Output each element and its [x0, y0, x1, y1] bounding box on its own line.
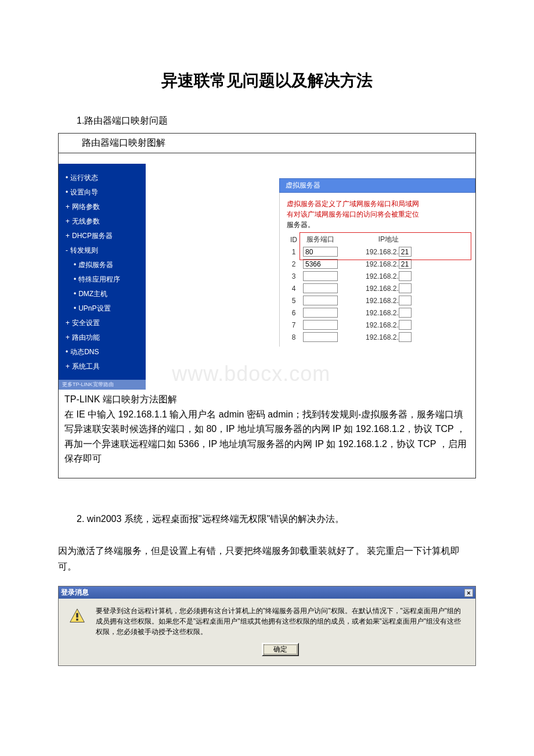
router-panel: •运行状态•设置向导+网络参数+无线参数+DHCP服务器-转发规则•虚拟服务器•… [59, 164, 475, 390]
ip-suffix-input[interactable] [399, 271, 412, 281]
col-port: 服务端口 [301, 233, 340, 246]
svg-rect-1 [76, 613, 78, 618]
sidebar-item[interactable]: •虚拟服务器 [66, 258, 141, 272]
sidebar-item[interactable]: •动态DNS [66, 345, 141, 359]
page-title: 异速联常见问题以及解决方法 [58, 70, 476, 92]
vs-note: 虚拟服务器定义了广域网服务端口和局域网 有对该广域网服务端口的访问将会被重定位 … [287, 199, 468, 230]
sidebar-item-label: 虚拟服务器 [78, 261, 113, 269]
ip-prefix: 192.168.2. [366, 272, 399, 280]
expand-icon: • [66, 348, 68, 356]
sidebar-item-label: 网络参数 [72, 203, 100, 211]
table-row: 6192.168.2. [287, 307, 414, 319]
expand-icon: • [74, 304, 76, 312]
expand-icon: + [66, 217, 70, 225]
sidebar-item-label: 动态DNS [70, 348, 99, 356]
vs-note-line: 服务器。 [287, 221, 315, 229]
virtual-server-body: 虚拟服务器定义了广域网服务端口和局域网 有对该广域网服务端口的访问将会被重定位 … [279, 193, 475, 347]
port-input[interactable] [303, 271, 338, 281]
ip-prefix: 192.168.2. [366, 248, 399, 256]
expand-icon: + [66, 362, 70, 370]
ok-button[interactable]: 确定 [262, 643, 299, 656]
sidebar-item-label: DHCP服务器 [72, 232, 113, 240]
login-dialog-text: 要登录到这台远程计算机，您必须拥有这台计算机上的"终端服务器用户访问"权限。在默… [96, 606, 465, 637]
expand-icon: + [66, 319, 70, 327]
port-input[interactable] [303, 332, 338, 342]
sidebar-item[interactable]: +网络参数 [66, 200, 141, 214]
router-sidebar: •运行状态•设置向导+网络参数+无线参数+DHCP服务器-转发规则•虚拟服务器•… [59, 164, 146, 390]
table-row: 4192.168.2. [287, 282, 414, 294]
sidebar-item-label: DMZ主机 [78, 290, 107, 298]
ip-suffix-input[interactable] [399, 247, 412, 257]
sidebar-item-label: 设置向导 [70, 188, 98, 196]
close-button[interactable]: × [464, 589, 473, 597]
expand-icon: - [66, 246, 68, 254]
port-input[interactable] [303, 247, 338, 257]
ip-prefix: 192.168.2. [366, 260, 399, 268]
ip-suffix-input[interactable] [399, 332, 412, 342]
login-dialog: 登录消息 × 要登录到这台远程计算机，您必须拥有这台计算机上的"终端服务器用户访… [58, 586, 476, 666]
table-row: 5192.168.2. [287, 294, 414, 307]
section2-para: 因为激活了终端服务，但是设置上有错，只要把终端服务卸载重装就好了。 装完重启一下… [58, 543, 476, 574]
expand-icon: + [66, 203, 70, 211]
section1-heading: 1.路由器端口映射问题 [58, 115, 476, 127]
vs-note-line: 有对该广域网服务端口的访问将会被重定位 [287, 210, 419, 218]
expand-icon: • [74, 261, 76, 269]
sidebar-item-label: 转发规则 [70, 246, 98, 254]
svg-rect-2 [76, 619, 78, 621]
port-input[interactable] [303, 320, 338, 330]
sidebar-item[interactable]: +DHCP服务器 [66, 229, 141, 243]
tplink-description: TP-LINK 端口映射方法图解 在 IE 中输入 192.168.1.1 输入… [59, 390, 475, 478]
sidebar-item-label: 路由功能 [72, 333, 100, 341]
ip-suffix-input[interactable] [399, 320, 412, 330]
ip-suffix-input[interactable] [399, 259, 412, 269]
ip-prefix: 192.168.2. [366, 297, 399, 305]
sidebar-item-label: 特殊应用程序 [78, 275, 120, 283]
port-input[interactable] [303, 296, 338, 305]
expand-icon: • [74, 290, 76, 298]
vs-table: ID 服务端口 IP地址 1192.168.2.2192.168.2.3192.… [287, 233, 414, 343]
sidebar-item-label: 系统工具 [72, 362, 100, 370]
sidebar-item-label: 安全设置 [72, 319, 100, 327]
expand-icon: • [66, 174, 68, 182]
cell-id: 3 [287, 270, 301, 282]
cell-id: 4 [287, 282, 301, 294]
sidebar-item[interactable]: -转发规则 [66, 243, 141, 258]
cell-id: 2 [287, 258, 301, 270]
sidebar-item[interactable]: •特殊应用程序 [66, 272, 141, 287]
sidebar-item[interactable]: •设置向导 [66, 185, 141, 200]
cell-id: 7 [287, 319, 301, 331]
port-input[interactable] [303, 283, 338, 293]
sidebar-item-label: UPnP设置 [78, 304, 110, 312]
ip-suffix-input[interactable] [399, 283, 412, 293]
sidebar-item[interactable]: +路由功能 [66, 330, 141, 345]
port-input[interactable] [303, 308, 338, 318]
section2-heading: 2. win2003 系统，远程桌面报"远程终端无权限"错误的解决办法。 [58, 513, 476, 525]
cell-id: 6 [287, 307, 301, 319]
sidebar-item[interactable]: +系统工具 [66, 359, 141, 374]
expand-icon: • [74, 275, 76, 283]
sidebar-item[interactable]: +安全设置 [66, 316, 141, 330]
ip-suffix-input[interactable] [399, 308, 412, 318]
desc-line: 在 IE 中输入 192.168.1.1 输入用户名 admin 密码 admi… [64, 407, 470, 466]
table-row: 1192.168.2. [287, 246, 414, 258]
sidebar-item[interactable]: +无线参数 [66, 214, 141, 229]
ip-prefix: 192.168.2. [366, 333, 399, 341]
sidebar-item[interactable]: •运行状态 [66, 171, 141, 185]
ip-prefix: 192.168.2. [366, 309, 399, 317]
sidebar-item[interactable]: •DMZ主机 [66, 287, 141, 301]
expand-icon: • [66, 188, 68, 196]
desc-line: TP-LINK 端口映射方法图解 [64, 392, 470, 407]
sidebar-footer: 更多TP-LINK宽带路由 [59, 380, 146, 390]
sidebar-item[interactable]: •UPnP设置 [66, 301, 141, 316]
table-row: 8192.168.2. [287, 331, 414, 343]
figure-router: 路由器端口映射图解 •运行状态•设置向导+网络参数+无线参数+DHCP服务器-转… [58, 133, 476, 478]
router-main: 虚拟服务器 虚拟服务器定义了广域网服务端口和局域网 有对该广域网服务端口的访问将… [146, 164, 475, 390]
expand-icon: + [66, 333, 70, 341]
ip-suffix-input[interactable] [399, 296, 412, 305]
col-ip: IP地址 [363, 233, 414, 246]
cell-id: 5 [287, 294, 301, 307]
sidebar-item-label: 运行状态 [70, 174, 98, 182]
table-row: 2192.168.2. [287, 258, 414, 270]
port-input[interactable] [303, 259, 338, 269]
ip-prefix: 192.168.2. [366, 321, 399, 329]
